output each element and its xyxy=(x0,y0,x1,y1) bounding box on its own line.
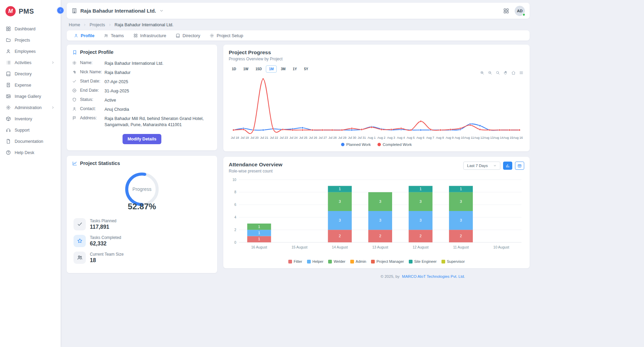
svg-text:3: 3 xyxy=(379,199,381,203)
tabs-bar: ProfileTeamsInfrastructureDirectoryProje… xyxy=(67,30,530,41)
legend-item-helper[interactable]: Helper xyxy=(307,259,323,263)
legend-label: Admin xyxy=(356,259,366,263)
svg-text:Progress: Progress xyxy=(132,186,151,192)
range-button-3m[interactable]: 3M xyxy=(278,65,289,73)
attendance-legend: FitterHelperWelderAdminProject ManagerSi… xyxy=(229,259,524,263)
tab-label: Profile xyxy=(81,33,94,38)
sidebar-item-documentation[interactable]: Documentation xyxy=(0,136,61,147)
stat-label: Tasks Completed xyxy=(90,235,121,240)
legend-item-welder[interactable]: Welder xyxy=(328,259,345,263)
svg-text:12 August: 12 August xyxy=(413,245,429,249)
range-button-1w[interactable]: 1W xyxy=(240,65,252,73)
sidebar-item-expense[interactable]: Expense xyxy=(0,79,61,91)
sidebar-item-label: Support xyxy=(15,128,30,133)
stat-icon-tile xyxy=(74,252,86,264)
project-profile-card: Project Profile Name:Raja Bahadur Intern… xyxy=(67,45,217,150)
legend-label: Planned Work xyxy=(346,142,371,147)
company-selector[interactable]: Raja Bahadur International Ltd. xyxy=(71,8,164,14)
legend-item-site-engineer[interactable]: Site Engineer xyxy=(409,259,437,263)
range-button-1m[interactable]: 1M xyxy=(266,65,277,73)
profile-row-value: Anuj Chordia xyxy=(104,106,212,112)
progress-gauge: Progress52.87% xyxy=(72,169,212,214)
legend-label: Supervisor xyxy=(447,259,465,263)
sidebar-item-directory[interactable]: Directory xyxy=(0,68,61,79)
range-button-1d[interactable]: 1D xyxy=(229,65,239,73)
range-button-1y[interactable]: 1Y xyxy=(290,65,300,73)
range-button-5y[interactable]: 5Y xyxy=(301,65,311,73)
svg-text:1: 1 xyxy=(258,237,260,241)
range-button-15d[interactable]: 15D xyxy=(253,65,265,73)
sidebar-item-activities[interactable]: Activities xyxy=(0,57,61,68)
tab-profile[interactable]: Profile xyxy=(69,30,99,41)
legend-swatch xyxy=(441,260,445,263)
breadcrumb: HomeProjectsRaja Bahadur International L… xyxy=(67,19,530,30)
table-view-button[interactable] xyxy=(515,162,524,170)
stat-label: Current Team Size xyxy=(90,252,124,257)
x-tick-label: Aug 4 xyxy=(396,136,406,139)
tab-teams[interactable]: Teams xyxy=(99,30,128,41)
profile-row: Name:Raja Bahadur International Ltd. xyxy=(72,59,212,68)
zoom-out-icon[interactable] xyxy=(488,71,492,75)
statistics-card-header: Project Statistics xyxy=(72,161,212,166)
profile-row: Contact:Anuj Chordia xyxy=(72,105,212,114)
profile-row: Status:Active xyxy=(72,96,212,105)
apps-grid-icon[interactable] xyxy=(503,8,509,14)
profile-row: Nick Name:Raja Bahadur xyxy=(72,68,212,77)
footer-link[interactable]: MARCO AIoT Technologies Pvt. Ltd. xyxy=(402,274,465,278)
menu-icon[interactable] xyxy=(519,71,524,75)
legend-item-admin[interactable]: Admin xyxy=(350,259,366,263)
sidebar-item-administration[interactable]: Administration xyxy=(0,102,61,113)
svg-text:3: 3 xyxy=(460,199,462,203)
legend-item-completed-work[interactable]: Completed Work xyxy=(377,142,412,147)
legend-item-fitter[interactable]: Fitter xyxy=(288,259,302,263)
sidebar-item-help-desk[interactable]: Help Desk xyxy=(0,147,61,158)
sidebar-item-label: Directory xyxy=(15,72,32,76)
progress-line-chart xyxy=(229,74,524,136)
sidebar: M PMS DashboardProjectsEmployeesActiviti… xyxy=(0,0,61,347)
chevron-down-icon xyxy=(493,164,497,167)
breadcrumb-item[interactable]: Projects xyxy=(90,22,105,27)
person-icon xyxy=(74,33,78,38)
sidebar-item-image-gallery[interactable]: Image Gallery xyxy=(0,91,61,102)
tab-directory[interactable]: Directory xyxy=(171,30,205,41)
sidebar-item-employees[interactable]: Employees xyxy=(0,46,61,57)
legend-item-planned-work[interactable]: Planned Work xyxy=(341,142,371,147)
attendance-bar-chart: 024681011116 August15 August233114 Augus… xyxy=(229,177,524,258)
footer: © 2025, by MARCO AIoT Technologies Pvt. … xyxy=(223,274,530,282)
legend-swatch xyxy=(307,260,311,263)
zoom-in-icon[interactable] xyxy=(480,71,484,75)
svg-text:4: 4 xyxy=(234,215,236,219)
tab-infrastructure[interactable]: Infrastructure xyxy=(129,30,171,41)
x-tick-label: Aug 9 xyxy=(445,136,455,139)
bar-chart-icon xyxy=(505,164,510,168)
sidebar-collapse-button[interactable] xyxy=(57,6,64,14)
legend-item-supervisor[interactable]: Supervisor xyxy=(441,259,465,263)
sidebar-item-label: Image Gallery xyxy=(15,94,41,99)
sidebar-item-support[interactable]: Support xyxy=(0,124,61,136)
stat-row-tasks-planned: Tasks Planned117,891 xyxy=(74,218,210,230)
profile-row: Address:Raja Bahadur Mill Rd, behind She… xyxy=(72,114,212,130)
chart-view-button[interactable] xyxy=(503,162,512,170)
svg-text:1: 1 xyxy=(258,231,260,235)
profile-card-title: Project Profile xyxy=(80,49,113,55)
breadcrumb-item[interactable]: Home xyxy=(69,22,80,27)
sidebar-item-projects[interactable]: Projects xyxy=(0,34,61,46)
hand-icon[interactable] xyxy=(503,71,508,75)
x-tick-label: Jul 22 xyxy=(269,136,279,139)
magnifier-icon[interactable] xyxy=(496,71,500,75)
tab-project-setup[interactable]: Project Setup xyxy=(205,30,247,41)
user-avatar[interactable]: AD xyxy=(515,6,525,16)
app-name: PMS xyxy=(19,7,34,15)
profile-row-label: Start Date: xyxy=(80,79,104,84)
legend-label: Helper xyxy=(312,259,323,263)
sidebar-item-dashboard[interactable]: Dashboard xyxy=(0,23,61,34)
date-range-select[interactable]: Last 7 Days xyxy=(463,162,500,170)
legend-item-project-manager[interactable]: Project Manager xyxy=(371,259,404,263)
topbar-right: AD xyxy=(503,6,525,16)
box-icon xyxy=(6,116,11,121)
modify-details-button[interactable]: Modify Details xyxy=(123,134,162,144)
profile-row-value: 07-Apr-2025 xyxy=(104,79,212,85)
svg-text:3: 3 xyxy=(420,199,422,203)
sidebar-item-inventory[interactable]: Inventory xyxy=(0,113,61,124)
home-icon[interactable] xyxy=(511,71,516,75)
